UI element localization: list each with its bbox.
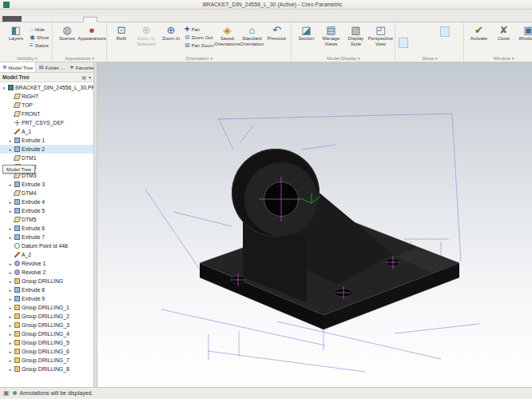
status-button[interactable]: ≡ Status bbox=[30, 42, 49, 49]
tab-model[interactable] bbox=[22, 16, 37, 22]
close-window-button[interactable]: ✘ Close bbox=[492, 24, 514, 42]
zoom-in-button[interactable]: ⊕ Zoom In bbox=[160, 24, 182, 42]
expand-arrow-icon[interactable]: ▸ bbox=[8, 279, 13, 284]
expand-arrow-icon[interactable]: ▸ bbox=[8, 270, 13, 275]
settings-button[interactable] bbox=[514, 66, 526, 77]
expand-arrow-icon[interactable]: ▸ bbox=[8, 349, 13, 354]
show-dims-toggle[interactable] bbox=[399, 38, 408, 48]
tree-item[interactable]: ▸ Extrude 1 bbox=[0, 136, 93, 145]
show-points-toggle[interactable] bbox=[409, 26, 419, 37]
tree-item[interactable]: ▸ Extrude 2 bbox=[0, 145, 93, 154]
tree-item[interactable]: ▸ Group DRILLING_3 bbox=[0, 321, 93, 329]
pan-zoom-button[interactable]: ⊞ Pan Zoom bbox=[185, 42, 213, 49]
expand-arrow-icon[interactable]: ▸ bbox=[8, 332, 13, 337]
tab-partsolutions[interactable] bbox=[113, 16, 128, 22]
tree-item[interactable]: ▸ Group DRILLING_1 bbox=[0, 303, 93, 312]
visibility-group-label[interactable]: Visibility ▾ bbox=[2, 56, 52, 61]
windows-button[interactable]: ▣ Windows bbox=[517, 24, 532, 42]
expand-arrow-icon[interactable]: ▸ bbox=[8, 235, 13, 240]
orientation-group-label[interactable]: Orientation ▾ bbox=[107, 56, 291, 61]
model-display-group-label[interactable]: Model Display ▾ bbox=[292, 56, 395, 61]
saved-orientations-button[interactable]: ◈ Saved Orientations bbox=[216, 24, 238, 46]
show-tolerances-toggle[interactable] bbox=[451, 38, 460, 48]
refit-button[interactable]: ⊡ Refit bbox=[110, 24, 133, 42]
tree-item[interactable]: TOP bbox=[0, 101, 93, 110]
refit-button[interactable] bbox=[411, 66, 423, 77]
show-axes-toggle[interactable] bbox=[399, 26, 408, 37]
tree-item[interactable]: ▸ Revolve 2 bbox=[0, 268, 93, 277]
tree-item[interactable]: ▸ Group DRILLING_8 bbox=[0, 365, 93, 373]
expand-arrow-icon[interactable]: ▸ bbox=[8, 200, 13, 205]
expand-arrow-icon[interactable]: ▸ bbox=[8, 138, 13, 143]
perspective-view-button[interactable]: ◰ Perspective View bbox=[369, 24, 391, 46]
tab-applications[interactable] bbox=[98, 16, 113, 22]
expand-arrow-icon[interactable]: ▸ bbox=[8, 209, 13, 213]
show-spin-center-toggle[interactable] bbox=[440, 38, 450, 48]
expand-arrow-icon[interactable]: ▸ bbox=[8, 147, 13, 152]
tab-tools[interactable] bbox=[68, 16, 82, 22]
pan-button[interactable]: ✚ Pan bbox=[185, 26, 213, 33]
zoom-out-button[interactable] bbox=[437, 66, 449, 77]
tree-item[interactable]: ▸ Extrude 7 bbox=[0, 233, 93, 241]
expand-arrow-icon[interactable]: ▸ bbox=[8, 314, 13, 319]
section-button[interactable]: ◪ Section bbox=[295, 24, 317, 42]
tree-item[interactable]: ▸ Revolve 1 bbox=[0, 259, 93, 268]
zoom-in-selected-button[interactable]: ⊕ Zoom In Selected bbox=[135, 24, 157, 46]
repaint-button[interactable] bbox=[450, 66, 462, 77]
tree-item[interactable]: ▸ Group DRILLING_2 bbox=[0, 312, 93, 321]
tree-item[interactable]: DTM1 bbox=[0, 154, 93, 162]
activate-button[interactable]: ✔ Activate bbox=[467, 24, 490, 42]
annotation-display-button[interactable] bbox=[488, 66, 500, 77]
tree-item[interactable]: ▸ Group DRILLING_6 bbox=[0, 347, 93, 356]
tree-settings-button[interactable]: ▾ bbox=[89, 74, 91, 80]
zoom-out-button[interactable]: ⊖ Zoom Out bbox=[185, 34, 213, 41]
show-csys-toggle[interactable] bbox=[419, 26, 429, 37]
tree-item[interactable]: Datum Point id 448 bbox=[0, 241, 93, 250]
tree-item[interactable]: ▸ Extrude 6 bbox=[0, 224, 93, 233]
expand-arrow-icon[interactable]: ▸ bbox=[8, 288, 13, 293]
tab-analysis[interactable] bbox=[38, 16, 52, 22]
tab-folder-browser[interactable]: ▤ Folder ... bbox=[36, 62, 67, 72]
expand-arrow-icon[interactable]: ▸ bbox=[8, 297, 13, 301]
expand-arrow-icon[interactable]: ▾ bbox=[2, 86, 6, 90]
tree-item[interactable]: ▸ Group DRILLING bbox=[0, 277, 93, 285]
layers-button[interactable]: ◧ Layers bbox=[5, 24, 27, 42]
tree-item[interactable]: FRONT bbox=[0, 110, 93, 118]
tree-item[interactable]: ▸ Group DRILLING_5 bbox=[0, 338, 93, 347]
graphics-viewport[interactable] bbox=[97, 62, 532, 387]
tab-annotate[interactable] bbox=[53, 16, 67, 22]
show-planes-toggle[interactable] bbox=[430, 26, 439, 37]
tree-item[interactable]: ▸ Extrude 8 bbox=[0, 285, 93, 294]
display-style-button[interactable]: ▧ Display Style bbox=[344, 24, 367, 46]
view-manager-button[interactable] bbox=[501, 66, 513, 77]
standard-orientation-button[interactable]: ⌂ Standard Orientation bbox=[240, 24, 263, 46]
expand-arrow-icon[interactable]: ▸ bbox=[8, 367, 13, 372]
previous-button[interactable]: ↶ Previous bbox=[265, 24, 288, 42]
hide-button[interactable]: ◌ Hide bbox=[30, 26, 49, 33]
zoom-in-button[interactable] bbox=[424, 66, 436, 77]
expand-arrow-icon[interactable]: ▸ bbox=[8, 182, 13, 187]
tree-item[interactable]: DTM4 bbox=[0, 189, 93, 198]
tab-file[interactable] bbox=[2, 16, 22, 22]
datum-display-button[interactable] bbox=[475, 66, 487, 77]
manage-views-button[interactable]: ▤ Manage Views bbox=[320, 24, 342, 46]
tree-item[interactable]: ▸ Extrude 5 bbox=[0, 206, 93, 215]
expand-arrow-icon[interactable]: ▸ bbox=[8, 341, 13, 345]
tab-model-tree[interactable]: ≣ Model Tree bbox=[0, 62, 36, 72]
expand-arrow-icon[interactable]: ▸ bbox=[8, 358, 13, 363]
tree-item[interactable]: A_2 bbox=[0, 250, 93, 259]
show-symbols-toggle[interactable] bbox=[409, 38, 419, 48]
tree-columns-button[interactable]: ▤ bbox=[81, 74, 86, 80]
display-style-button[interactable] bbox=[463, 66, 474, 77]
show-notes-toggle[interactable] bbox=[451, 26, 460, 37]
show-surface-finish-toggle[interactable] bbox=[419, 38, 429, 48]
window-group-label[interactable]: Window ▾ bbox=[464, 56, 532, 61]
tab-view[interactable] bbox=[83, 17, 97, 22]
tree-item[interactable]: ▸ Extrude 9 bbox=[0, 294, 93, 303]
tree-item[interactable]: ▸ Extrude 3 bbox=[0, 180, 93, 189]
tree-item[interactable]: ▸ Group DRILLING_7 bbox=[0, 356, 93, 365]
appearances-button[interactable]: ● Appearances bbox=[81, 24, 103, 42]
tree-item[interactable]: ▸ Extrude 4 bbox=[0, 198, 93, 206]
tree-item[interactable]: DTM5 bbox=[0, 215, 93, 224]
expand-arrow-icon[interactable]: ▸ bbox=[8, 323, 13, 328]
